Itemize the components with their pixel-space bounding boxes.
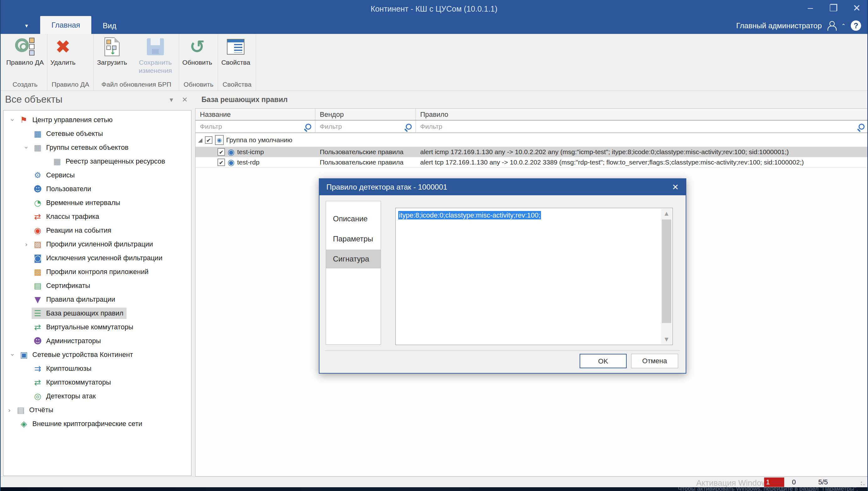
sidebar-item-administrators[interactable]: ☻Администраторы — [3, 334, 191, 348]
chevron-down-icon[interactable]: › — [23, 142, 30, 153]
maximize-button[interactable]: ❐ — [827, 2, 840, 13]
sidebar-item-users[interactable]: ☻Пользователи — [3, 182, 191, 196]
title-bar: Континент - КШ с ЦУСом (10.0.1.1) – ❐ ✕ — [1, 0, 867, 17]
scroll-down-icon[interactable]: ▼ — [661, 335, 672, 344]
sidebar-item-crypto-switches[interactable]: ⇄Криптокоммутаторы — [3, 375, 191, 389]
objects-tree: › ⚑Центр управления сетью ▦Сетевые объек… — [3, 110, 191, 476]
user-icon[interactable] — [827, 21, 836, 30]
sidebar-item-network-control-center[interactable]: › ⚑Центр управления сетью — [3, 113, 191, 127]
dialog-tab-signature[interactable]: Сигнатура — [326, 250, 381, 268]
row-checkbox[interactable]: ✔ — [217, 158, 225, 166]
ribbon-group-label-create: Создать — [3, 80, 47, 90]
sidebar-item-forbidden-resources-registry[interactable]: ▦Реестр запрещенных ресурсов — [3, 154, 191, 168]
dialog-tab-parameters[interactable]: Параметры — [326, 230, 381, 248]
minimize-button[interactable]: – — [804, 2, 816, 13]
traffic-arrows-icon: ⇄ — [33, 212, 42, 221]
signature-textarea[interactable]: itype:8;icode:0;classtype:misc-activity;… — [395, 208, 673, 345]
sidebar-item-reports[interactable]: › ▤Отчёты — [3, 403, 191, 417]
sidebar-title: Все объекты — [5, 94, 170, 105]
dialog-close-icon[interactable]: ✕ — [666, 182, 679, 192]
sidebar-item-enhanced-filtering-exceptions[interactable]: ◙Исключения усиленной фильтрации — [3, 251, 191, 265]
properties-window-icon — [227, 39, 244, 55]
current-user-label: Главный администратор — [736, 21, 822, 30]
device-monitor-icon: ▣ — [19, 350, 29, 359]
group-checkbox[interactable]: ✔ — [205, 136, 212, 144]
sidebar-item-virtual-switches[interactable]: ⇄Виртуальные коммутаторы — [3, 320, 191, 334]
refresh-button[interactable]: ↺ Обновить — [179, 34, 215, 80]
sidebar-item-time-intervals[interactable]: ◔Временные интервалы — [3, 196, 191, 210]
save-changes-button[interactable]: Сохранить изменения — [132, 34, 179, 80]
filter-name-input[interactable]: Фильтр — [196, 120, 316, 133]
sidebar-dropdown-icon[interactable]: ▾ — [170, 96, 173, 104]
delete-button[interactable]: ✖ Удалить — [48, 34, 79, 80]
help-icon[interactable]: ? — [851, 21, 861, 31]
tab-view[interactable]: Вид — [91, 17, 127, 34]
sidebar-item-crypto-gateways[interactable]: ⇉Криптошлюзы — [3, 362, 191, 375]
search-icon[interactable] — [305, 124, 311, 129]
network-groups-icon: ▦ — [33, 143, 42, 152]
ribbon-group-rule-da: ✖ Удалить Правило ДА — [48, 34, 94, 90]
textarea-scrollbar[interactable]: ▲ ▼ — [661, 209, 672, 344]
gear-icon: ⚙ — [33, 171, 42, 180]
sidebar-item-traffic-classes[interactable]: ⇄Классы трафика — [3, 210, 191, 224]
sidebar-item-continent-network-devices[interactable]: › ▣Сетевые устройства Континент — [3, 348, 191, 362]
properties-button[interactable]: Свойства — [218, 34, 253, 80]
sidebar-item-external-crypto-networks[interactable]: ◈Внешние криптографические сети — [3, 417, 191, 431]
sidebar-item-network-objects[interactable]: ▦Сетевые объекты — [3, 127, 191, 141]
bottom-edge-strip: Чтобы активировать Windows, перейдите в … — [1, 487, 867, 491]
app-control-icon: ▩ — [33, 267, 42, 277]
table-row-group[interactable]: ◢ ✔ ◉ Группа по умолчанию — [196, 133, 868, 147]
sidebar-item-certificates[interactable]: ▤Сертификаты — [3, 279, 191, 293]
sidebar-item-filtering-rules[interactable]: ▼Правила фильтрации — [3, 293, 191, 307]
sidebar-item-services[interactable]: ⚙Сервисы — [3, 168, 191, 182]
sidebar-item-enhanced-filtering-profiles[interactable]: › ▨Профили усиленной фильтрации — [3, 237, 191, 251]
alert-count-badge[interactable]: 1 — [764, 478, 784, 487]
dialog-tab-description[interactable]: Описание — [326, 209, 381, 228]
sidebar: Все объекты ▾ ✕ › ⚑Центр управления сеть… — [1, 91, 193, 476]
table-row-test-rdp[interactable]: ✔ ◉ test-rdp Пользовательские правила al… — [196, 157, 868, 168]
chevron-down-icon[interactable]: › — [9, 115, 17, 125]
ribbon-group-label-brp-file: Файл обновления БРП — [94, 80, 179, 90]
row-checkbox[interactable]: ✔ — [217, 148, 225, 156]
refresh-arrow-icon: ↺ — [189, 38, 205, 56]
filter-rule-input[interactable]: Фильтр — [416, 120, 868, 133]
column-header-name[interactable]: Название — [196, 109, 316, 120]
reports-doc-icon: ▤ — [16, 405, 25, 415]
scrollbar-thumb[interactable] — [662, 220, 671, 323]
tab-home[interactable]: Главная — [40, 16, 91, 34]
attack-detector-rule-dialog: Правило детектора атак - 1000001 ✕ Описа… — [319, 178, 686, 374]
close-button[interactable]: ✕ — [850, 2, 863, 13]
status-bar: Активация Windows 1 0 5/5 — [1, 476, 867, 487]
chevron-right-icon[interactable]: › — [4, 406, 15, 414]
sidebar-item-attack-detectors[interactable]: ◎Детекторы атак — [3, 389, 191, 403]
crypto-switch-icon: ⇄ — [33, 378, 42, 387]
search-icon[interactable] — [859, 124, 865, 129]
sidebar-item-decision-rules-db[interactable]: ☰База решающих правил — [3, 307, 191, 320]
sidebar-item-app-control-profiles[interactable]: ▩Профили контроля приложений — [3, 265, 191, 279]
virtual-switch-icon: ⇄ — [33, 322, 42, 332]
sidebar-item-event-reactions[interactable]: ◉Реакции на события — [3, 224, 191, 237]
filter-vendor-input[interactable]: Фильтр — [316, 120, 416, 133]
devices-online-counter: 5/5 — [818, 478, 828, 486]
ok-button[interactable]: OK — [579, 354, 627, 368]
sidebar-close-icon[interactable]: ✕ — [182, 96, 188, 104]
resize-grip[interactable] — [859, 480, 865, 486]
search-icon[interactable] — [406, 124, 412, 129]
chevron-right-icon[interactable]: › — [21, 240, 32, 248]
cancel-button[interactable]: Отмена — [631, 354, 678, 368]
sidebar-item-network-object-groups[interactable]: › ▦Группы сетевых объектов — [3, 141, 191, 154]
crypto-gateway-icon: ⇉ — [33, 364, 42, 373]
scroll-up-icon[interactable]: ▲ — [661, 209, 672, 218]
chevron-up-icon[interactable]: ⌃ — [841, 23, 846, 29]
dialog-title: Правило детектора атак - 1000001 — [326, 183, 666, 192]
column-header-vendor[interactable]: Вендор — [316, 109, 416, 120]
rule-da-button[interactable]: Правило ДА — [3, 34, 47, 80]
save-floppy-icon — [147, 38, 164, 55]
group-expander-icon[interactable]: ◢ — [198, 137, 202, 143]
ribbon-group-create: Правило ДА Создать — [3, 34, 48, 90]
chevron-down-icon[interactable]: › — [9, 349, 17, 360]
column-header-rule[interactable]: Правило — [416, 109, 868, 120]
load-button[interactable]: ↓ Загрузить — [94, 34, 130, 80]
app-menu-caret-icon[interactable]: ▾ — [25, 22, 28, 29]
table-row-test-icmp[interactable]: ✔ ◉ test-icmp Пользовательские правила a… — [196, 147, 868, 157]
